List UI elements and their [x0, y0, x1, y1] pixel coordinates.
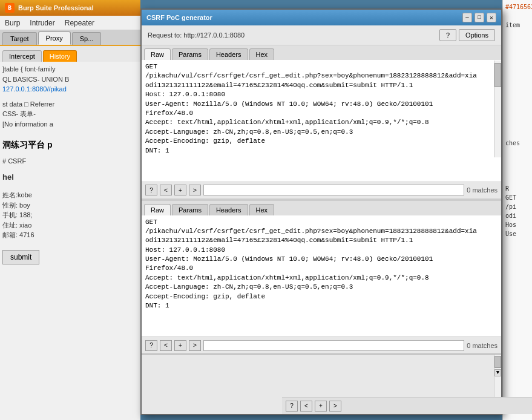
next-match-bottom[interactable]: +	[174, 340, 186, 351]
close-button[interactable]: ✕	[487, 13, 496, 22]
csrf-window-controls: ─ □ ✕	[462, 13, 496, 22]
bottom-next-btn[interactable]: +	[315, 401, 327, 412]
csrf-modal-title: CSRF PoC generator	[146, 14, 212, 21]
bottom-nav-bar: ? < + >	[282, 397, 501, 414]
prev-match-bottom[interactable]: <	[160, 340, 172, 351]
bottom-prev-btn[interactable]: <	[300, 401, 312, 412]
search-input-top[interactable]	[203, 185, 464, 195]
bg-title: 洞练习平台 p	[2, 139, 138, 151]
help-search-bottom[interactable]: ?	[145, 340, 157, 351]
bg-gender: 性别: boy	[2, 200, 138, 211]
right-line-hos: Hos	[505, 220, 530, 229]
options-button[interactable]: Options	[459, 29, 495, 41]
csrf-titlebar: CSRF PoC generator ─ □ ✕	[142, 10, 501, 25]
bg-line-2: QL BASICS- UNION B	[2, 74, 138, 85]
bg-line-5: st data □ Referrer	[2, 99, 138, 110]
bottom-search-bar: ? < + > 0 matches	[142, 336, 501, 353]
tab-raw-bottom[interactable]: Raw	[144, 204, 171, 215]
top-req-tabs: Raw Params Headers Hex	[142, 45, 501, 60]
right-scrollbar-thumb[interactable]	[494, 356, 501, 368]
right-line-r: R	[505, 184, 530, 193]
right-line-ches: ches	[505, 139, 530, 148]
burp-icon: B	[5, 3, 15, 13]
minimize-button[interactable]: ─	[462, 13, 472, 22]
menu-intruder[interactable]: Intruder	[30, 19, 54, 27]
top-search-bar: ? < + > 0 matches	[142, 182, 501, 199]
prev-match-top[interactable]: <	[160, 185, 172, 195]
tab-headers-bottom[interactable]: Headers	[209, 204, 248, 215]
bottom-req-line: GET /pikachu/vul/csrf/csrfget/csrf_get_e…	[145, 218, 498, 311]
csrf-content: Raw Params Headers Hex GET /pikachu/vul/…	[142, 45, 501, 414]
bottom-help-btn[interactable]: ?	[286, 401, 298, 412]
third-pane-hint: ▼ ? < + >	[142, 353, 501, 414]
bg-line-6: CSS- 表单-	[2, 109, 138, 119]
menu-burp[interactable]: Burp	[5, 19, 20, 27]
next-match-top[interactable]: +	[174, 185, 186, 195]
right-strip: #4716562 item ches R GET /pi odi Hos Use	[502, 0, 532, 420]
bg-left-content: ]table { font-family QL BASICS- UNION B …	[0, 62, 140, 267]
tab-params-top[interactable]: Params	[172, 48, 208, 60]
subtab-history[interactable]: History	[43, 50, 77, 62]
request-label: Request to: http://127.0.0.1:8080	[148, 31, 245, 39]
right-line-odi: odi	[505, 211, 530, 220]
tab-hex-top[interactable]: Hex	[249, 48, 275, 60]
top-scrollbar-thumb[interactable]	[494, 63, 501, 87]
burp-main-tabs: Target Proxy Sp...	[0, 30, 140, 46]
top-req-line: GET /pikachu/vul/csrf/csrfget/csrf_get_e…	[145, 62, 498, 156]
search-matches-bottom: 0 matches	[467, 342, 498, 349]
csrf-modal: CSRF PoC generator ─ □ ✕ Request to: htt…	[140, 8, 502, 415]
menu-repeater[interactable]: Repeater	[65, 19, 94, 27]
right-line-get: GET	[505, 193, 530, 202]
subtab-intercept[interactable]: Intercept	[2, 50, 42, 62]
submit-button[interactable]: submit	[2, 250, 39, 264]
burp-background-left: B Burp Suite Professional Burp Intruder …	[0, 0, 140, 420]
bg-phone: 手机: 188;	[2, 210, 138, 220]
top-scrollbar[interactable]	[494, 61, 501, 157]
right-line-1: #4716562	[505, 2, 530, 11]
tab-proxy[interactable]: Proxy	[38, 31, 71, 45]
top-request-text: GET /pikachu/vul/csrf/csrfget/csrf_get_e…	[142, 60, 501, 182]
tab-hex-bottom[interactable]: Hex	[249, 204, 275, 215]
help-search-top[interactable]: ?	[145, 185, 157, 195]
bg-line-7: [No information a	[2, 119, 138, 130]
tab-headers-top[interactable]: Headers	[209, 48, 248, 60]
tab-sp[interactable]: Sp...	[72, 32, 102, 45]
tab-target[interactable]: Target	[2, 32, 37, 45]
csrf-header-bar: Request to: http://127.0.0.1:8080 ? Opti…	[142, 25, 501, 45]
bottom-req-tabs: Raw Params Headers Hex	[142, 201, 501, 215]
help-button[interactable]: ?	[439, 29, 456, 41]
right-line-3: item	[505, 21, 530, 30]
bg-line-3: 127.0.0.1:8080//pikad	[2, 84, 138, 94]
tab-raw-top[interactable]: Raw	[144, 48, 171, 60]
right-line-2	[505, 11, 530, 21]
bg-email: 邮箱: 4716	[2, 230, 138, 240]
add-btn-bottom[interactable]: >	[189, 340, 201, 351]
right-line-use: Use	[505, 229, 530, 238]
burp-menu: Burp Intruder Repeater	[0, 16, 140, 30]
bottom-request-pane: Raw Params Headers Hex GET /pikachu/vul/…	[142, 201, 501, 354]
csrf-header-buttons: ? Options	[439, 29, 495, 41]
tab-params-bottom[interactable]: Params	[172, 204, 208, 215]
bg-address: 住址: xiao	[2, 220, 138, 231]
search-input-bottom[interactable]	[203, 340, 464, 351]
bottom-request-text: GET /pikachu/vul/csrf/csrfget/csrf_get_e…	[142, 215, 501, 337]
right-line-pi: /pi	[505, 202, 530, 211]
add-btn-top[interactable]: >	[189, 185, 201, 195]
bg-hello: hel	[2, 171, 138, 183]
bg-csrf: # CSRF	[2, 156, 138, 166]
search-matches-top: 0 matches	[467, 186, 498, 194]
scroll-arrow-down[interactable]: ▼	[494, 369, 501, 376]
maximize-button[interactable]: □	[475, 13, 484, 22]
proxy-subtabs: Intercept History	[0, 46, 140, 62]
bg-name: 姓名:kobe	[2, 190, 138, 200]
bg-line-1: ]table { font-family	[2, 64, 138, 74]
burp-titlebar: B Burp Suite Professional	[0, 0, 140, 16]
burp-title: Burp Suite Professional	[18, 4, 94, 11]
top-request-pane: Raw Params Headers Hex GET /pikachu/vul/…	[142, 45, 501, 199]
bottom-add-btn[interactable]: >	[329, 401, 341, 412]
